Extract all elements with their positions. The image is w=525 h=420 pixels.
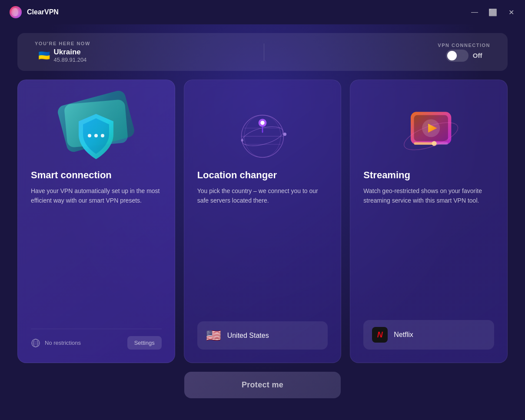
close-button[interactable]: ✕ <box>506 7 516 17</box>
window-controls: — ⬜ ✕ <box>469 7 516 17</box>
svg-point-18 <box>241 139 244 142</box>
location-card-title: Location changer <box>197 170 328 181</box>
vpn-section: VPN CONNECTION Off <box>438 43 490 62</box>
smart-card-desc: Have your VPN automatically set up in th… <box>31 186 162 320</box>
divider <box>264 43 264 61</box>
location-icon-area <box>197 93 328 163</box>
titlebar: ClearVPN — ⬜ ✕ <box>0 0 525 24</box>
maximize-button[interactable]: ⬜ <box>488 7 498 17</box>
footer-restriction-text: No restrictions <box>45 340 81 346</box>
vpn-toggle-container: Off <box>446 50 482 62</box>
globe-small-icon <box>31 338 40 348</box>
streaming-card-desc: Watch geo-restricted shows on your favor… <box>363 186 494 320</box>
svg-point-3 <box>88 134 91 137</box>
streaming-card-title: Streaming <box>363 170 494 181</box>
settings-button[interactable]: Settings <box>127 336 162 350</box>
country-name: Ukraine <box>53 48 86 57</box>
country-flag: 🇺🇦 <box>38 50 50 61</box>
streaming-card[interactable]: Streaming Watch geo-restricted shows on … <box>350 80 508 363</box>
location-changer-card[interactable]: Location changer You pick the country – … <box>184 80 342 363</box>
svg-point-5 <box>101 134 104 137</box>
netflix-icon: N <box>372 327 388 343</box>
globe-location-icon <box>232 100 293 165</box>
svg-point-2 <box>13 8 20 17</box>
country-selector[interactable]: 🇺🇸 United States <box>197 321 328 350</box>
svg-point-4 <box>94 134 98 137</box>
ip-address: 45.89.91.204 <box>53 57 86 63</box>
streaming-service: Netflix <box>394 331 413 339</box>
main-content: YOU'RE HERE NOW 🇺🇦 Ukraine 45.89.91.204 … <box>0 24 525 420</box>
app-logo: ClearVPN <box>9 5 59 19</box>
here-label: YOU'RE HERE NOW <box>35 41 90 46</box>
selector-country: United States <box>227 332 269 340</box>
status-bar: YOU'RE HERE NOW 🇺🇦 Ukraine 45.89.91.204 … <box>17 33 508 71</box>
vpn-toggle[interactable] <box>446 50 469 62</box>
minimize-button[interactable]: — <box>469 7 480 17</box>
cards-section: Smart connection Have your VPN automatic… <box>17 80 508 363</box>
location-section: YOU'RE HERE NOW 🇺🇦 Ukraine 45.89.91.204 <box>35 41 90 63</box>
svg-rect-26 <box>414 142 434 145</box>
streaming-selector[interactable]: N Netflix <box>363 320 494 350</box>
location-card-desc: You pick the country – we connect you to… <box>197 186 328 321</box>
selector-flag: 🇺🇸 <box>206 328 221 343</box>
smart-card-footer: No restrictions Settings <box>31 329 162 350</box>
footer-info: No restrictions <box>31 338 81 348</box>
app-name: ClearVPN <box>27 8 59 16</box>
streaming-icon-area <box>363 93 494 163</box>
protect-btn-container: Protect me <box>17 372 508 403</box>
logo-icon <box>9 5 23 19</box>
shield-icon <box>72 110 120 163</box>
vpn-label: VPN CONNECTION <box>438 43 490 48</box>
smart-card-title: Smart connection <box>31 170 162 181</box>
smart-connection-card[interactable]: Smart connection Have your VPN automatic… <box>17 80 175 363</box>
shield-main <box>72 110 120 163</box>
current-location: 🇺🇦 Ukraine 45.89.91.204 <box>38 48 86 63</box>
svg-point-17 <box>283 133 286 136</box>
streaming-wrapper <box>399 102 459 163</box>
toggle-state: Off <box>473 52 482 59</box>
globe-wrapper <box>232 102 293 163</box>
svg-point-20 <box>260 121 264 125</box>
protect-me-button[interactable]: Protect me <box>184 372 341 398</box>
smart-icon-area <box>31 93 162 163</box>
shield-wrapper <box>53 93 140 163</box>
streaming-icon <box>399 100 459 165</box>
